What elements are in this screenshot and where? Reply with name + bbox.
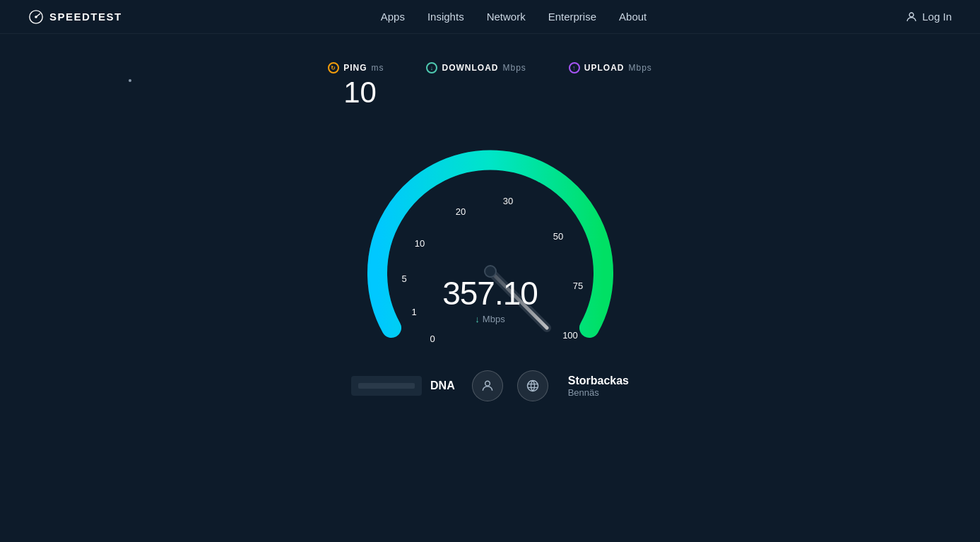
ping-label: ↻ PING ms	[328, 62, 384, 73]
nav-link-insights[interactable]: Insights	[427, 11, 464, 23]
speed-dl-icon: ↓	[475, 314, 480, 324]
nav-links: Apps Insights Network Enterprise About	[381, 11, 647, 23]
user-circle-button[interactable]	[472, 370, 503, 401]
svg-text:50: 50	[553, 231, 562, 242]
upload-label-bold: UPLOAD	[584, 63, 625, 73]
speed-display: 357.10 ↓ Mbps	[442, 274, 538, 324]
svg-text:5: 5	[401, 273, 406, 284]
nav-link-about[interactable]: About	[619, 11, 647, 23]
download-unit: Mbps	[502, 63, 526, 73]
speed-unit-label: Mbps	[483, 314, 505, 324]
bottom-info: DNA Storbackas Bennäs	[351, 370, 629, 401]
user-icon	[905, 11, 918, 23]
login-button[interactable]: Log In	[905, 11, 952, 23]
location-sublabel: Bennäs	[568, 387, 629, 398]
speed-unit-row: ↓ Mbps	[442, 314, 538, 324]
speedometer: 0 1 5 10 20 30 50 75 100	[356, 123, 625, 363]
main-content: ↻ PING ms 10 ↓ DOWNLOAD Mbps ↑ UPLOAD Mb…	[0, 34, 980, 401]
upload-icon: ↑	[569, 62, 580, 73]
nav-link-network[interactable]: Network	[487, 11, 526, 23]
download-icon: ↓	[426, 62, 437, 73]
speedometer-svg: 0 1 5 10 20 30 50 75 100	[356, 123, 625, 363]
ping-icon: ↻	[328, 62, 339, 73]
upload-stat: ↑ UPLOAD Mbps	[569, 62, 652, 109]
speed-value: 357.10	[442, 274, 538, 312]
location-circle-button[interactable]	[517, 370, 548, 401]
ping-stat: ↻ PING ms 10	[328, 62, 384, 109]
svg-text:20: 20	[455, 206, 465, 217]
location-name: Storbackas	[568, 375, 629, 387]
svg-text:30: 30	[502, 196, 512, 206]
isp-logo-bar	[358, 383, 415, 389]
svg-point-1	[35, 16, 37, 18]
navbar: SPEEDTEST Apps Insights Network Enterpri…	[0, 0, 980, 34]
ping-unit: ms	[371, 63, 384, 73]
speedtest-logo-icon	[28, 9, 44, 25]
ping-label-bold: PING	[343, 63, 367, 73]
login-label: Log In	[922, 11, 952, 23]
isp-info: DNA	[351, 376, 458, 396]
ping-value: 10	[343, 76, 377, 109]
nav-link-enterprise[interactable]: Enterprise	[548, 11, 596, 23]
svg-point-16	[527, 381, 538, 391]
svg-text:0: 0	[430, 334, 435, 344]
logo-text: SPEEDTEST	[49, 11, 122, 23]
svg-text:10: 10	[414, 238, 424, 249]
isp-name: DNA	[430, 379, 455, 392]
globe-icon	[526, 379, 540, 393]
nav-link-apps[interactable]: Apps	[381, 11, 405, 23]
svg-point-2	[909, 13, 914, 17]
upload-unit: Mbps	[629, 63, 652, 73]
location-info: Storbackas Bennäs	[568, 375, 629, 398]
isp-logo	[351, 376, 422, 396]
download-label: ↓ DOWNLOAD Mbps	[426, 62, 526, 73]
svg-text:100: 100	[562, 330, 578, 341]
user-avatar-icon	[480, 379, 495, 393]
svg-text:75: 75	[572, 281, 582, 291]
download-stat: ↓ DOWNLOAD Mbps	[426, 62, 526, 109]
logo[interactable]: SPEEDTEST	[28, 9, 122, 25]
upload-label: ↑ UPLOAD Mbps	[569, 62, 652, 73]
stats-row: ↻ PING ms 10 ↓ DOWNLOAD Mbps ↑ UPLOAD Mb…	[328, 62, 652, 109]
svg-text:1: 1	[411, 307, 416, 317]
svg-point-15	[485, 382, 490, 387]
download-label-bold: DOWNLOAD	[442, 63, 498, 73]
